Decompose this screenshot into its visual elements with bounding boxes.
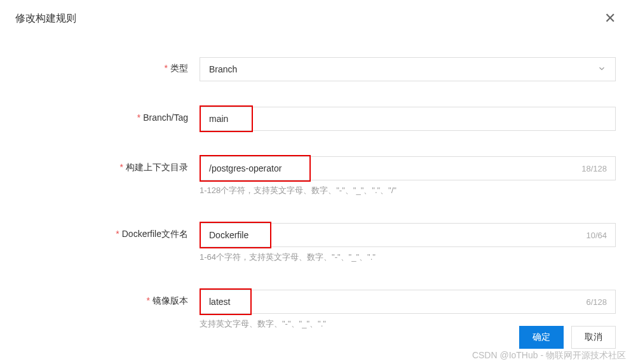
- form-row-branch-tag: *Branch/Tag: [15, 107, 616, 131]
- type-select[interactable]: Branch: [200, 57, 616, 81]
- required-star: *: [137, 112, 140, 123]
- required-star: *: [116, 229, 119, 239]
- label-dockerfile: *Dockerfile文件名: [15, 223, 200, 240]
- label-type-text: 类型: [170, 63, 188, 73]
- required-star: *: [165, 63, 168, 73]
- required-star: *: [147, 295, 150, 306]
- label-branch-tag: *Branch/Tag: [15, 107, 200, 123]
- label-type: *类型: [15, 57, 200, 74]
- type-select-value: Branch: [209, 64, 597, 74]
- close-icon[interactable]: ✕: [604, 11, 616, 25]
- dockerfile-input[interactable]: [200, 223, 616, 247]
- form-row-image-version: *镜像版本 6/128 支持英文字母、数字、"-"、"_"、".": [15, 290, 616, 331]
- label-dockerfile-text: Dockerfile文件名: [122, 229, 188, 239]
- label-branch-tag-text: Branch/Tag: [143, 112, 188, 123]
- dialog-title: 修改构建规则: [15, 12, 76, 25]
- label-context-dir-text: 构建上下文目录: [126, 162, 188, 172]
- dialog-footer: 确定 取消: [519, 326, 616, 349]
- dockerfile-hint: 1-64个字符，支持英文字母、数字、"-"、"_"、".": [200, 251, 616, 264]
- chevron-down-icon: [597, 64, 606, 75]
- required-star: *: [120, 162, 123, 172]
- form-row-type: *类型 Branch: [15, 57, 616, 81]
- context-dir-hint: 1-128个字符，支持英文字母、数字、"-"、"_"、"."、"/": [200, 184, 616, 198]
- label-image-version: *镜像版本: [15, 290, 200, 307]
- context-dir-input[interactable]: [200, 156, 616, 180]
- label-image-version-text: 镜像版本: [153, 295, 188, 306]
- form-row-context-dir: *构建上下文目录 18/128 1-128个字符，支持英文字母、数字、"-"、"…: [15, 156, 616, 198]
- dialog-header: 修改构建规则 ✕: [15, 11, 616, 25]
- dialog: 修改构建规则 ✕ *类型 Branch *Branch/Tag *构建上下文: [0, 0, 631, 364]
- branch-tag-input[interactable]: [200, 107, 616, 131]
- confirm-button[interactable]: 确定: [519, 326, 564, 349]
- label-context-dir: *构建上下文目录: [15, 156, 200, 173]
- form-row-dockerfile: *Dockerfile文件名 10/64 1-64个字符，支持英文字母、数字、"…: [15, 223, 616, 264]
- cancel-button[interactable]: 取消: [571, 326, 616, 349]
- image-version-input[interactable]: [200, 290, 616, 314]
